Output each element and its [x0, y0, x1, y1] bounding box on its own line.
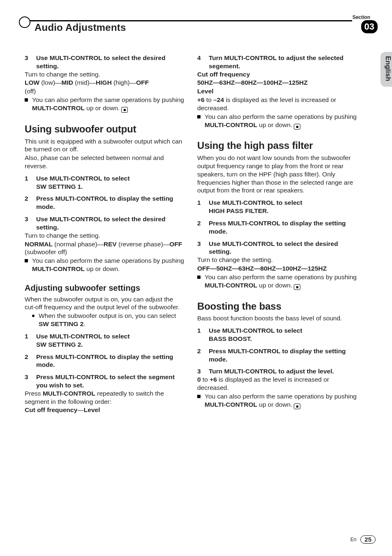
section-label: Section	[353, 14, 370, 20]
step-text-a: Use MULTI-CONTROL to select	[209, 327, 302, 334]
bb-step1: 1 Use MULTI-CONTROL to select BASS BOOST…	[197, 327, 357, 343]
cof-label: Cut off frequency	[197, 70, 357, 79]
lvl-rest: is displayed as the level is increased o…	[197, 376, 329, 391]
step-text: Use MULTI-CONTROL to select SW SETTING 2…	[36, 332, 185, 349]
adj-opts: Cut off frequency—Level	[25, 406, 185, 414]
step-number: 1	[25, 332, 30, 349]
cof-opts: 50HZ—63HZ—80HZ—100HZ—125HZ	[197, 79, 357, 87]
step-number: 1	[25, 174, 30, 191]
bb-lvl-line: 0 to +6 is displayed as the level is inc…	[197, 375, 357, 392]
sw-intro1: This unit is equipped with a subwoofer o…	[25, 137, 185, 154]
opt-low: LOW	[25, 79, 39, 86]
note-b: up or down.	[257, 121, 292, 128]
step-text: Press MULTI-CONTROL to display the setti…	[36, 353, 185, 369]
sw-opts: NORMAL (normal phase)—REV (reverse phase…	[25, 240, 185, 257]
note: You can also perform the same operations…	[197, 273, 357, 290]
square-bullet-icon	[197, 276, 201, 279]
lvl-line: +6 to –24 is displayed as the level is i…	[197, 96, 357, 112]
adj-step2: 2 Press MULTI-CONTROL to display the set…	[25, 353, 185, 369]
opt-mid: MID	[62, 79, 73, 86]
bullet-a: When the subwoofer output is on, you can…	[39, 312, 176, 319]
end-section-icon	[294, 284, 300, 290]
h1-bass: Boosting the bass	[197, 300, 357, 313]
bb-step2: 2 Press MULTI-CONTROL to display the set…	[197, 347, 357, 364]
step-text-b: HIGH PASS FILTER.	[209, 207, 269, 214]
lvl-to: to	[205, 96, 214, 103]
step-number: 3	[25, 54, 30, 70]
step-text: Press MULTI-CONTROL to display the setti…	[209, 347, 357, 364]
note: You can also perform the same operations…	[25, 96, 185, 112]
hpf-step1: 1 Use MULTI-CONTROL to select HIGH PASS …	[197, 199, 357, 215]
section-title: Audio Adjustments	[33, 22, 129, 33]
step-number: 3	[197, 367, 203, 375]
hpf-step3: 3 Use MULTI-CONTROL to select the de­sir…	[197, 240, 357, 256]
opt-mid-paren: (mid)—	[73, 79, 96, 86]
step-number: 1	[197, 327, 203, 343]
sw-intro2: Also, phase can be selected between norm…	[25, 154, 185, 170]
opt-off-paren: (off)	[25, 87, 185, 95]
step-text: Use MULTI-CONTROL to select SW SETTING 1…	[36, 174, 185, 191]
adj-l1a: Press	[25, 390, 43, 397]
note-text: You can also perform the same operations…	[32, 96, 185, 112]
step-text: Press MULTI-CONTROL to select the seg­me…	[36, 373, 185, 389]
note-b: up or down.	[85, 265, 120, 272]
step-text-b: SW SETTING 1.	[36, 183, 83, 190]
h1-hpf: Using the high pass filter	[197, 139, 357, 152]
step-3-top: 3 Use MULTI-CONTROL to select the de­sir…	[25, 54, 185, 70]
step-text: Use MULTI-CONTROL to select the de­sired…	[209, 240, 357, 256]
opt-rev-paren: (reverse phase)—	[117, 241, 169, 248]
lvl-label: Level	[197, 87, 357, 95]
bullet-row: When the subwoofer output is on, you can…	[32, 312, 185, 328]
turn-line: Turn to change the setting.	[25, 70, 185, 79]
step-text: Press MULTI-CONTROL to display the setti…	[36, 195, 185, 211]
note: You can also perform the same operations…	[197, 113, 357, 129]
step-number: 2	[25, 195, 30, 211]
end-section-icon	[121, 107, 128, 113]
step-number: 4	[197, 54, 203, 70]
step-text-a: Use MULTI-CONTROL to select	[36, 175, 130, 182]
sw-step1: 1 Use MULTI-CONTROL to select SW SETTING…	[25, 174, 185, 191]
bullet-text: When the subwoofer output is on, you can…	[39, 312, 185, 328]
opt-off-paren: (subwoofer off)	[25, 248, 67, 255]
note: You can also perform the same operations…	[197, 392, 357, 409]
step-number: 3	[197, 240, 203, 256]
opt-low-paren: (low)—	[39, 79, 61, 86]
step-number: 1	[197, 199, 203, 215]
footer-lang: En	[350, 537, 357, 542]
column-right: 4 Turn MULTI-CONTROL to adjust the se­le…	[197, 54, 357, 415]
step-text: Press MULTI-CONTROL to display the setti…	[209, 219, 357, 236]
opt-off: OFF	[136, 79, 149, 86]
note-text: You can also perform the same operations…	[205, 392, 357, 409]
opt-high-paren: (high)—	[112, 79, 136, 86]
column-left: 3 Use MULTI-CONTROL to select the de­sir…	[25, 54, 185, 415]
step-text-b: BASS BOOST.	[209, 335, 252, 342]
opt-level: Level	[84, 406, 100, 413]
opt-sep: —	[77, 406, 84, 413]
opt-off: OFF	[169, 241, 182, 248]
note-ctrl: MULTI-CONTROL	[32, 104, 85, 111]
content-columns: 3 Use MULTI-CONTROL to select the de­sir…	[25, 54, 378, 415]
square-bullet-icon	[197, 395, 201, 398]
square-bullet-icon	[25, 259, 28, 262]
adj-step1: 1 Use MULTI-CONTROL to select SW SETTING…	[25, 332, 185, 349]
page-footer: En 25	[350, 535, 376, 544]
note-a: You can also perform the same operations…	[205, 113, 357, 120]
note-b: up or down.	[257, 401, 292, 408]
lvl-b: –24	[213, 96, 224, 103]
sw-step3: 3 Use MULTI-CONTROL to select the de­sir…	[25, 215, 185, 232]
step-text: Use MULTI-CONTROL to select HIGH PASS FI…	[209, 199, 357, 215]
lvl-a: 0	[197, 376, 201, 383]
step-text: Use MULTI-CONTROL to select BASS BOOST.	[209, 327, 357, 343]
step-text-b: SW SETTING 2.	[36, 341, 83, 348]
options-line: LOW (low)—MID (mid)—HIGH (high)—OFF	[25, 79, 185, 87]
hpf-opts: OFF—50HZ—63HZ—80HZ—100HZ—125HZ	[197, 264, 357, 273]
step-text: Use MULTI-CONTROL to select the de­sired…	[36, 215, 185, 232]
step-number: 3	[25, 373, 30, 389]
end-section-icon	[294, 403, 300, 409]
opt-normal-paren: (normal phase)—	[53, 241, 104, 248]
header-rule	[25, 20, 352, 21]
lvl-b: +6	[210, 376, 217, 383]
note-b: up or down.	[85, 104, 120, 111]
note-ctrl: MULTI-CONTROL	[205, 121, 257, 128]
step-number: 2	[197, 219, 203, 236]
